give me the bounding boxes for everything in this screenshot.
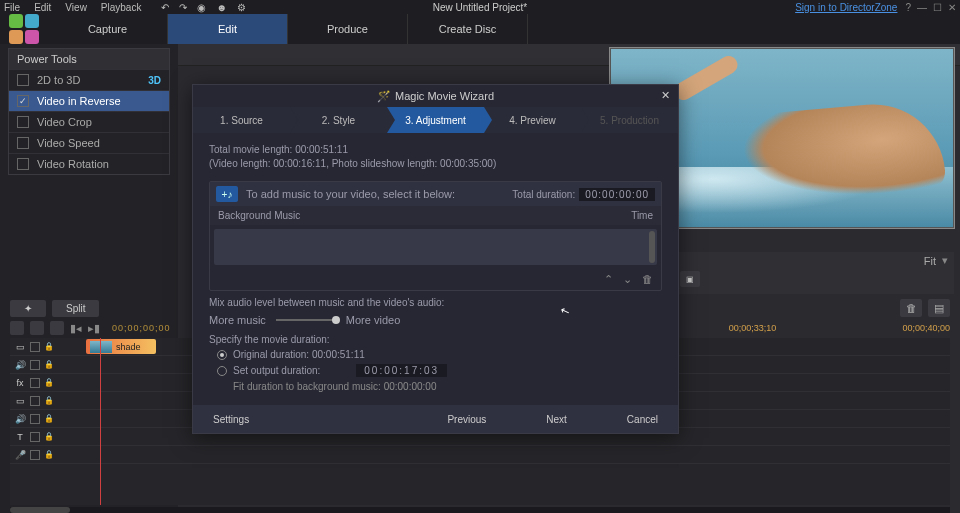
total-duration-label: Total duration: <box>512 189 575 200</box>
menubar: File Edit View Playback ↶ ↷ ◉ ☻ ⚙ New Un… <box>0 0 960 14</box>
pt-video-speed[interactable]: Video Speed <box>9 132 169 153</box>
cancel-button[interactable]: Cancel <box>627 414 658 425</box>
move-down-icon[interactable]: ⌄ <box>623 273 632 286</box>
tab-edit[interactable]: Edit <box>168 14 288 44</box>
minimize-icon[interactable]: — <box>917 2 927 13</box>
music-list[interactable] <box>214 229 657 265</box>
video-length-label: (Video length: 00:00:16:11, Photo slides… <box>209 157 662 171</box>
timeline-clip[interactable]: shade <box>86 339 156 354</box>
modal-close-icon[interactable]: ✕ <box>661 89 670 102</box>
set-output-label: Set output duration: <box>233 365 320 376</box>
split-button[interactable]: Split <box>52 300 99 317</box>
help-icon[interactable]: ? <box>905 2 911 13</box>
timeline-scrollbar[interactable] <box>10 507 950 513</box>
title-track-icon: T <box>14 431 26 443</box>
output-duration-field[interactable]: 00:00:17:03 <box>356 364 447 377</box>
mix-slider[interactable] <box>276 319 336 321</box>
fit-label[interactable]: Fit <box>924 255 936 267</box>
wizard-icon: 🪄 <box>377 90 389 102</box>
previous-button[interactable]: Previous <box>447 414 486 425</box>
step-source[interactable]: 1. Source <box>193 107 290 133</box>
face-icon[interactable]: ☻ <box>216 2 227 13</box>
settings-button[interactable]: Settings <box>213 414 249 425</box>
col-time: Time <box>631 210 653 221</box>
step-production: 5. Production <box>581 107 678 133</box>
snapshot-icon[interactable]: ▣ <box>680 271 700 287</box>
lock-icon[interactable]: 🔒 <box>44 342 54 352</box>
audio-track-icon: 🔊 <box>14 359 26 371</box>
magic-movie-wizard-modal: 🪄 Magic Movie Wizard ✕ 1. Source 2. Styl… <box>192 84 679 434</box>
pt-video-reverse[interactable]: Video in Reverse <box>9 90 169 111</box>
disc-icon[interactable]: ◉ <box>197 2 206 13</box>
col-bg-music: Background Music <box>218 210 631 221</box>
fit-duration-label: Fit duration to background music: 00:00:… <box>233 381 662 392</box>
timeline-timecode: 00;00;00;00 <box>112 323 171 333</box>
magic-tool-icon[interactable]: ✦ <box>10 300 46 317</box>
menu-view[interactable]: View <box>65 2 87 13</box>
scrollbar-icon[interactable] <box>649 231 655 263</box>
project-title: New Untitled Project* <box>433 2 527 13</box>
step-style[interactable]: 2. Style <box>290 107 387 133</box>
pt-2d-to-3d[interactable]: 2D to 3D3D <box>9 69 169 90</box>
wizard-steps: 1. Source 2. Style 3. Adjustment 4. Prev… <box>193 107 678 133</box>
track-visible-checkbox[interactable] <box>30 342 40 352</box>
radio-original[interactable] <box>217 350 227 360</box>
video-track-icon: ▭ <box>14 341 26 353</box>
add-music-icon[interactable]: +♪ <box>216 186 238 202</box>
gear-icon[interactable]: ⚙ <box>237 2 246 13</box>
mix-label: Mix audio level between music and the vi… <box>209 297 662 308</box>
goto-end-icon[interactable]: ▸▮ <box>88 322 100 335</box>
goto-start-icon[interactable]: ▮◂ <box>70 322 82 335</box>
menu-edit[interactable]: Edit <box>34 2 51 13</box>
fx-track-icon: fx <box>14 377 26 389</box>
trash-icon[interactable]: 🗑 <box>900 299 922 317</box>
track-zoom-icon[interactable] <box>50 321 64 335</box>
maximize-icon[interactable]: ☐ <box>933 2 942 13</box>
close-icon[interactable]: ✕ <box>948 2 956 13</box>
track-view-icon[interactable] <box>30 321 44 335</box>
tab-capture[interactable]: Capture <box>48 14 168 44</box>
arrange-icon[interactable]: ▤ <box>928 299 950 317</box>
modal-title: Magic Movie Wizard <box>395 90 494 102</box>
more-music-label: More music <box>209 314 266 326</box>
mode-tabs: Capture Edit Produce Create Disc <box>0 14 960 44</box>
signin-link[interactable]: Sign in to DirectorZone <box>795 2 897 13</box>
total-length-label: Total movie length: 00:00:51:11 <box>209 143 662 157</box>
add-music-label: To add music to your video, select it be… <box>246 188 455 200</box>
step-adjustment[interactable]: 3. Adjustment <box>387 107 484 133</box>
tab-create-disc[interactable]: Create Disc <box>408 14 528 44</box>
step-preview[interactable]: 4. Preview <box>484 107 581 133</box>
mic-track-icon: 🎤 <box>14 449 26 461</box>
radio-set-output[interactable] <box>217 366 227 376</box>
power-tools-head: Power Tools <box>9 49 169 69</box>
total-duration-value: 00:00:00:00 <box>579 188 655 201</box>
redo-icon[interactable]: ↷ <box>179 2 187 13</box>
track-voice: 🎤🔒 <box>10 446 950 464</box>
undo-icon[interactable]: ↶ <box>161 2 169 13</box>
tab-produce[interactable]: Produce <box>288 14 408 44</box>
specify-duration-label: Specify the movie duration: <box>209 334 662 345</box>
threeD-icon: 3D <box>148 75 161 86</box>
pt-video-crop[interactable]: Video Crop <box>9 111 169 132</box>
menu-file[interactable]: File <box>4 2 20 13</box>
track-settings-icon[interactable] <box>10 321 24 335</box>
move-up-icon[interactable]: ⌃ <box>604 273 613 286</box>
more-video-label: More video <box>346 314 400 326</box>
app-logo <box>0 14 48 44</box>
original-duration-label: Original duration: 00:00:51:11 <box>233 349 365 360</box>
pt-video-rotation[interactable]: Video Rotation <box>9 153 169 174</box>
delete-music-icon[interactable]: 🗑 <box>642 273 653 286</box>
music-box: +♪ To add music to your video, select it… <box>209 181 662 291</box>
menu-playback[interactable]: Playback <box>101 2 142 13</box>
next-button[interactable]: Next <box>546 414 567 425</box>
